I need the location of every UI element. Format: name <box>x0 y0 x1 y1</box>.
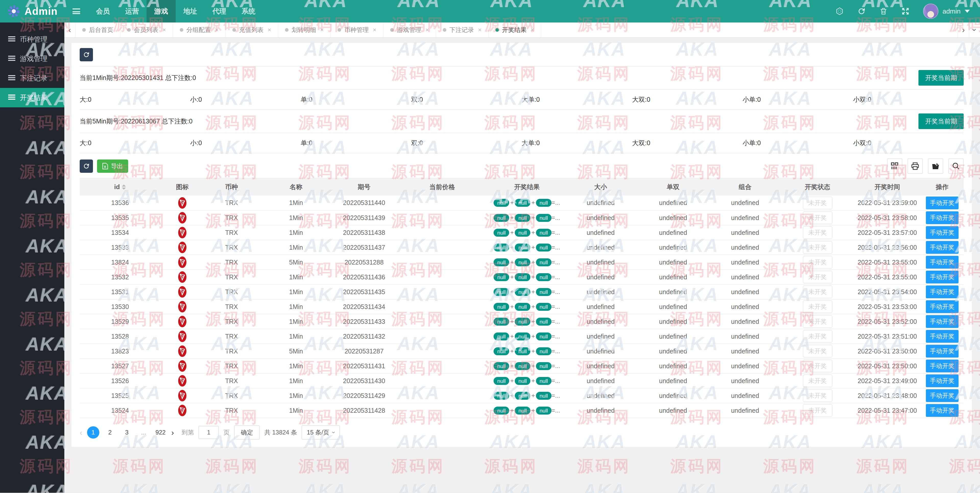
cell-coin: TRX <box>204 211 259 225</box>
col-header-id[interactable]: id <box>80 178 161 196</box>
trash-icon[interactable] <box>879 7 888 16</box>
sidebar-item-币种管理[interactable]: 币种管理 <box>0 30 64 49</box>
tab-close-icon[interactable]: × <box>531 26 534 34</box>
fullscreen-icon[interactable] <box>901 7 910 16</box>
nav-item-运营[interactable]: 运营 <box>118 0 146 22</box>
draw-current-1min-button[interactable]: 开奖当前期 <box>918 70 964 86</box>
manual-draw-button[interactable]: 手动开奖 <box>926 226 959 239</box>
cell-time: 2022-05-31 23:56:00 <box>854 240 921 255</box>
page-number-2[interactable]: 2 <box>104 426 116 439</box>
print-icon[interactable] <box>907 158 923 174</box>
search-icon[interactable] <box>948 158 964 174</box>
cell-time: 2022-05-31 23:55:00 <box>854 255 921 270</box>
nav-item-系统[interactable]: 系统 <box>234 0 263 22</box>
tab-下注记录[interactable]: 下注记录× <box>436 22 489 37</box>
manual-draw-button[interactable]: 手动开奖 <box>926 211 959 224</box>
cell-result: null+null+null=... <box>490 373 564 388</box>
page-number-1[interactable]: 1 <box>87 426 99 439</box>
manual-draw-button[interactable]: 手动开奖 <box>926 375 959 387</box>
tabs-scroll-left-icon[interactable]: ‹ <box>64 22 76 37</box>
cell-odd_even: undefined <box>637 329 709 344</box>
sidebar-item-开奖结果[interactable]: 开奖结果 <box>0 88 64 107</box>
page-prev[interactable]: ‹ <box>80 428 83 437</box>
manual-draw-button[interactable]: 手动开奖 <box>926 256 959 269</box>
manual-draw-button[interactable]: 手动开奖 <box>926 404 959 417</box>
cell-odd_even: undefined <box>637 270 709 284</box>
manual-draw-button[interactable]: 手动开奖 <box>926 389 959 402</box>
cell-issue: 202205311432 <box>334 329 395 344</box>
per-page-select[interactable]: 15 条/页 › <box>302 425 340 440</box>
tab-close-icon[interactable]: × <box>478 26 482 34</box>
page-number-922[interactable]: 922 <box>154 426 167 439</box>
theme-hexagon-icon[interactable] <box>835 7 844 16</box>
refresh-table-button[interactable] <box>80 160 93 173</box>
cell-size: undefined <box>564 359 637 373</box>
manual-draw-button[interactable]: 手动开奖 <box>926 315 959 328</box>
content-card: 当前1Min期号:202205301431 总下注数:0 开奖当前期 大:0小:… <box>72 43 972 447</box>
cell-id: 13824 <box>80 255 161 270</box>
tab-划转明细[interactable]: 划转明细× <box>278 22 331 37</box>
cell-size: undefined <box>564 329 637 344</box>
refresh-page-button[interactable] <box>80 48 93 61</box>
draw-current-5min-button[interactable]: 开奖当前期 <box>918 113 964 129</box>
tab-游戏管理[interactable]: 游戏管理× <box>383 22 436 37</box>
tab-充值列表[interactable]: 充值列表× <box>226 22 278 37</box>
table-row: 13529TRX1Min202205311433null+null+null=.… <box>80 314 964 329</box>
nav-item-地址[interactable]: 地址 <box>176 0 205 22</box>
manual-draw-button[interactable]: 手动开奖 <box>926 286 959 298</box>
tab-后台首页[interactable]: 后台首页 <box>76 22 121 37</box>
nav-item-游戏[interactable]: 游戏 <box>146 0 176 22</box>
cell-coin: TRX <box>204 329 259 344</box>
cell-combo: undefined <box>709 388 781 403</box>
tabs-scroll-right-icon[interactable]: › <box>958 22 969 37</box>
tab-close-icon[interactable]: × <box>267 26 271 34</box>
manual-draw-button[interactable]: 手动开奖 <box>926 241 959 254</box>
tab-close-icon[interactable]: × <box>162 26 166 34</box>
cell-price <box>395 196 490 211</box>
manual-draw-button[interactable]: 手动开奖 <box>926 345 959 357</box>
cell-status: 未开奖 <box>781 373 854 388</box>
header-right: admin <box>835 0 980 22</box>
sidebar-item-下注记录[interactable]: 下注记录 <box>0 69 64 88</box>
cell-coin: TRX <box>204 299 259 314</box>
cell-odd_even: undefined <box>637 196 709 211</box>
tab-会员列表[interactable]: 会员列表× <box>121 22 173 37</box>
user-menu[interactable]: admin <box>923 3 970 19</box>
trx-coin-icon <box>178 330 187 343</box>
cell-status: 未开奖 <box>781 255 854 270</box>
tab-开奖结果[interactable]: 开奖结果× <box>489 22 541 37</box>
tab-分组配置[interactable]: 分组配置× <box>173 22 226 37</box>
page-next[interactable]: › <box>171 428 174 437</box>
columns-filter-icon[interactable] <box>887 158 902 174</box>
refresh-icon[interactable] <box>857 7 866 16</box>
page-number-3[interactable]: 3 <box>121 426 133 439</box>
export-folder-icon[interactable] <box>928 158 943 174</box>
manual-draw-button[interactable]: 手动开奖 <box>926 300 959 313</box>
tabs-menu-icon[interactable]: › <box>969 22 980 37</box>
nav-item-代理[interactable]: 代理 <box>205 0 234 22</box>
export-button[interactable]: 导出 <box>97 160 128 173</box>
manual-draw-button[interactable]: 手动开奖 <box>926 330 959 343</box>
tab-dot-icon <box>127 28 131 32</box>
tab-close-icon[interactable]: × <box>425 26 429 34</box>
table-row: 13528TRX1Min202205311432null+null+null=.… <box>80 329 964 344</box>
sidebar-item-游戏管理[interactable]: 游戏管理 <box>0 49 64 69</box>
trx-coin-icon <box>178 360 187 372</box>
cell-icon <box>161 359 204 373</box>
goto-page-input[interactable] <box>199 426 219 439</box>
cell-id: 13529 <box>80 314 161 329</box>
tab-close-icon[interactable]: × <box>373 26 376 34</box>
cell-action: 手动开奖 <box>921 225 964 240</box>
manual-draw-button[interactable]: 手动开奖 <box>926 271 959 284</box>
manual-draw-button[interactable]: 手动开奖 <box>926 196 959 209</box>
goto-confirm-button[interactable]: 确定 <box>234 425 260 440</box>
menu-collapse-icon[interactable] <box>64 0 88 22</box>
manual-draw-button[interactable]: 手动开奖 <box>926 360 959 372</box>
tab-close-icon[interactable]: × <box>215 26 219 34</box>
tab-close-icon[interactable]: × <box>320 26 324 34</box>
nav-item-会员[interactable]: 会员 <box>88 0 118 22</box>
tab-币种管理[interactable]: 币种管理× <box>331 22 383 37</box>
sort-icon[interactable] <box>122 185 126 190</box>
cell-time: 2022-05-31 23:49:00 <box>854 373 921 388</box>
cell-result: null+null+null=... <box>490 344 564 359</box>
